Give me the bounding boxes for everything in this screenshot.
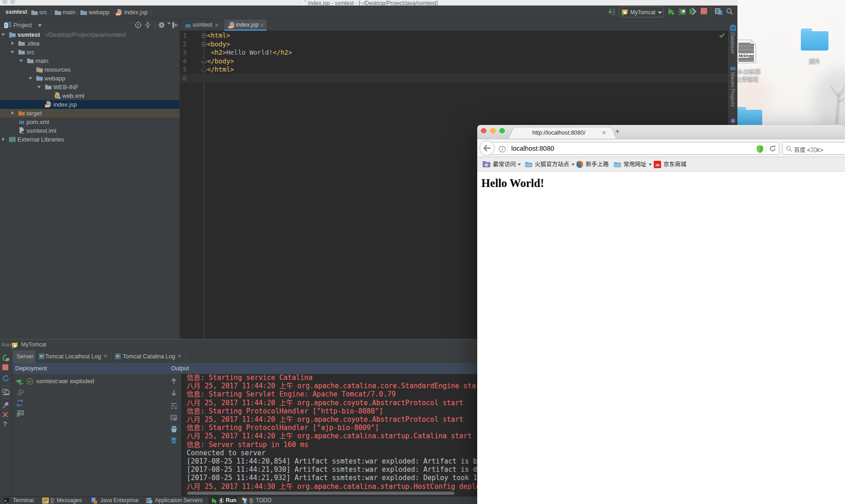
tree-collapsed-arrow-icon[interactable] [1, 137, 6, 142]
settings-gear-icon[interactable] [158, 22, 165, 28]
bookmark-firefox-sites[interactable]: 火狐官方站点 [535, 157, 569, 172]
tree-row-main-folder[interactable]: main [0, 57, 179, 65]
breadcrumb-project[interactable]: ssmtest [6, 6, 27, 19]
firefox-minimize-button[interactable] [490, 128, 496, 134]
tree-row-iml-file[interactable]: ssmtest.iml [0, 126, 179, 135]
breadcrumb-main[interactable]: main [63, 6, 75, 19]
fold-marker-collapse[interactable] [202, 42, 206, 46]
close-icon[interactable] [2, 412, 8, 418]
bookmark-most-visited[interactable]: 最常访问 [493, 157, 516, 172]
project-view-caret-icon[interactable] [38, 24, 42, 27]
tool-button-maven-projects[interactable]: Maven Projects [730, 72, 736, 107]
editor-tab-ssmtest[interactable]: ssmtest ✕ [182, 19, 223, 31]
tab-server[interactable]: Server [12, 350, 35, 363]
rerun-server-icon[interactable] [2, 354, 10, 362]
firefox-zoom-button[interactable] [499, 128, 505, 134]
breadcrumb-file[interactable]: index.jsp [124, 6, 148, 19]
hide-panel-icon[interactable] [172, 22, 178, 28]
redeploy-icon[interactable] [16, 399, 23, 407]
tree-row-pomxml-file[interactable]: pom.xml [0, 118, 179, 126]
deploy-all-icon[interactable] [16, 410, 24, 417]
statusbar-todo[interactable]: 6: TODO [250, 497, 272, 504]
desktop-folder-partial[interactable] [736, 107, 762, 125]
desktop-folder-photos[interactable] [801, 28, 828, 51]
tree-row-resources-folder[interactable]: resources [0, 65, 179, 74]
tree-row-target-folder[interactable]: target [0, 109, 179, 118]
tree-expanded-arrow-icon[interactable] [10, 50, 15, 54]
debug-button[interactable] [679, 8, 686, 15]
fold-marker-collapse[interactable] [202, 34, 206, 38]
run-configuration-select[interactable]: MyTomcat [619, 6, 664, 17]
bookmark-jd-mall[interactable]: 京东商城 [663, 157, 686, 172]
tab-tomcat-catalina-log[interactable]: Tomcat Catalina Log ✕ [112, 350, 185, 363]
tree-row-src-folder[interactable]: src [0, 48, 179, 57]
tree-row-idea-folder[interactable]: .idea [0, 39, 179, 48]
sql-console-icon[interactable] [714, 8, 722, 16]
tab-close-icon[interactable]: ✕ [602, 130, 606, 136]
editor-tab-indexjsp[interactable]: index.jsp ✕ [224, 19, 267, 31]
up-stacktrace-icon[interactable] [171, 378, 177, 385]
tree-expanded-arrow-icon[interactable] [37, 85, 41, 89]
project-panel-title[interactable]: Project [13, 22, 32, 28]
update-project-icon[interactable]: 011001 [608, 8, 616, 16]
collapse-all-icon[interactable] [144, 22, 151, 28]
event-log-icon[interactable] [730, 118, 736, 124]
pin-icon[interactable] [2, 402, 9, 409]
print-icon[interactable] [171, 425, 177, 432]
breadcrumb-webapp[interactable]: webapp [89, 6, 110, 19]
tree-expanded-arrow-icon[interactable] [1, 32, 6, 37]
help-icon[interactable]: ? [3, 420, 7, 428]
new-tab-button[interactable]: + [615, 127, 620, 136]
run-button[interactable] [668, 8, 675, 15]
tree-expanded-arrow-icon[interactable] [19, 58, 23, 63]
soft-wrap-icon[interactable] [171, 402, 177, 409]
dump-threads-icon[interactable] [2, 389, 10, 396]
statusbar-run-label[interactable]: 4: Run [219, 497, 236, 504]
coverage-button[interactable] [689, 8, 697, 15]
tree-row-webinf-folder[interactable]: WEB-INF [0, 83, 179, 91]
tree-collapsed-arrow-icon[interactable] [10, 41, 15, 45]
search-field[interactable]: 百度 <⌘K> [782, 142, 845, 155]
statusbar-application-servers[interactable]: Application Servers [155, 497, 202, 504]
statusbar-java-enterprise[interactable]: Java Enterprise [100, 497, 138, 504]
tab-tomcat-localhost-log[interactable]: Tomcat Localhost Log ✕ [35, 350, 111, 363]
inspections-ok-icon[interactable] [719, 32, 725, 38]
back-button[interactable] [480, 141, 495, 156]
url-bar[interactable]: localhost:8080 [489, 142, 779, 155]
tree-row-project-root[interactable]: ssmtest ~/Desktop/Project/java/ssmtest [0, 30, 179, 39]
tab-close-icon[interactable]: ✕ [103, 353, 108, 359]
firefox-tab[interactable]: http://localhost:8080/ ✕ [513, 127, 612, 139]
tab-close-icon[interactable]: ✕ [215, 23, 219, 28]
tree-row-webapp-folder[interactable]: webapp [0, 74, 179, 83]
scroll-to-end-icon[interactable] [171, 414, 177, 421]
deploy-icon[interactable] [16, 378, 24, 385]
tab-close-icon[interactable]: ✕ [177, 353, 182, 359]
console-hscrollbar[interactable] [187, 492, 454, 495]
reload-icon[interactable] [769, 145, 776, 152]
restart-server-icon[interactable] [2, 375, 9, 382]
search-everywhere-icon[interactable] [726, 8, 733, 15]
tree-row-external-libraries[interactable]: External Libraries [0, 135, 179, 144]
breadcrumb-src[interactable]: src [39, 6, 47, 19]
locate-icon[interactable] [135, 22, 142, 28]
tool-button-database[interactable]: Database [730, 32, 736, 54]
security-shield-icon[interactable] [757, 145, 763, 153]
tree-expanded-arrow-icon[interactable] [28, 76, 33, 80]
tree-row-indexjsp-file[interactable]: index.jsp [0, 100, 179, 109]
tree-row-webxml-file[interactable]: web.xml [0, 91, 179, 100]
clear-all-icon[interactable] [171, 437, 177, 444]
desktop-folder-photos-label[interactable]: 照片 [801, 57, 828, 65]
stop-button[interactable] [701, 8, 707, 14]
bookmark-getting-started[interactable]: 新手上路 [586, 157, 609, 172]
tree-collapsed-arrow-icon[interactable] [10, 111, 15, 115]
stop-server-icon[interactable] [2, 364, 8, 370]
undeploy-icon[interactable] [16, 389, 24, 396]
down-stacktrace-icon[interactable] [171, 390, 177, 396]
firefox-close-button[interactable] [481, 128, 486, 134]
statusbar-terminal[interactable]: Terminal [13, 497, 34, 504]
info-icon[interactable] [499, 146, 506, 153]
bookmark-common-sites[interactable]: 常用网址 [623, 157, 646, 172]
statusbar-messages[interactable]: 0: Messages [51, 497, 82, 504]
tab-close-icon[interactable]: ✕ [260, 23, 264, 28]
desktop-document-icon[interactable]: XESX [735, 40, 758, 63]
